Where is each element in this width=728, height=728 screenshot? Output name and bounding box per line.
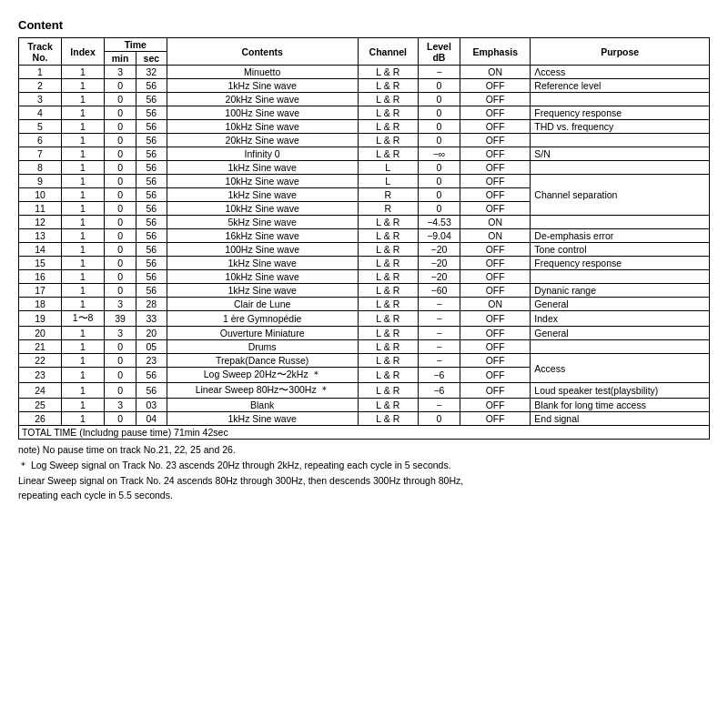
cell-sec: 04: [136, 412, 167, 426]
cell-sec: 56: [136, 216, 167, 229]
note-line-1: note) No pause time on track No.21, 22, …: [18, 443, 710, 458]
cell-purpose: [531, 161, 710, 175]
cell-level: −6: [418, 383, 460, 399]
cell-contents: Linear Sweep 80Hz〜300Hz ＊: [167, 383, 358, 399]
cell-track: 13: [19, 229, 62, 243]
header-channel: Channel: [358, 38, 418, 66]
cell-emphasis: OFF: [460, 399, 531, 412]
cell-index: 1: [62, 216, 105, 229]
cell-purpose: De-emphasis error: [531, 229, 710, 243]
cell-index: 1: [62, 188, 105, 202]
note-line-3: Linear Sweep signal on Track No. 24 asce…: [18, 474, 710, 489]
cell-track: 10: [19, 188, 62, 202]
cell-min: 0: [105, 161, 136, 175]
cell-track: 21: [19, 340, 62, 354]
cell-channel: L & R: [358, 270, 418, 284]
cell-contents: 100Hz Sine wave: [167, 106, 358, 120]
cell-purpose: Reference level: [531, 79, 710, 93]
cell-contents: 1kHz Sine wave: [167, 188, 358, 202]
cell-channel: L: [358, 161, 418, 175]
header-purpose: Purpose: [531, 38, 710, 66]
cell-min: 3: [105, 399, 136, 412]
cell-emphasis: OFF: [460, 412, 531, 426]
cell-emphasis: ON: [460, 66, 531, 79]
cell-contents: Drums: [167, 340, 358, 354]
cell-contents: 1kHz Sine wave: [167, 284, 358, 298]
cell-emphasis: OFF: [460, 327, 531, 340]
cell-purpose: [531, 216, 710, 229]
cell-emphasis: ON: [460, 298, 531, 311]
cell-contents: Blank: [167, 399, 358, 412]
cell-track: 15: [19, 257, 62, 270]
cell-purpose: THD vs. frequency: [531, 120, 710, 134]
cell-purpose: General: [531, 327, 710, 340]
cell-purpose: Blank for long time access: [531, 399, 710, 412]
cell-sec: 32: [136, 66, 167, 79]
cell-emphasis: OFF: [460, 147, 531, 161]
cell-emphasis: OFF: [460, 257, 531, 270]
cell-index: 1: [62, 340, 105, 354]
cell-emphasis: OFF: [460, 175, 531, 188]
cell-purpose: Λccess: [531, 66, 710, 79]
cell-level: −60: [418, 284, 460, 298]
cell-index: 1: [62, 66, 105, 79]
cell-contents: Minuetto: [167, 66, 358, 79]
cell-contents: 20kHz Sine wave: [167, 134, 358, 147]
cell-track: 7: [19, 147, 62, 161]
cell-sec: 56: [136, 79, 167, 93]
cell-purpose: End signal: [531, 412, 710, 426]
cell-channel: L & R: [358, 298, 418, 311]
cell-channel: L & R: [358, 354, 418, 368]
cell-emphasis: OFF: [460, 270, 531, 284]
cell-index: 1: [62, 354, 105, 368]
cell-sec: 56: [136, 368, 167, 383]
cell-min: 0: [105, 368, 136, 383]
cell-track: 16: [19, 270, 62, 284]
cell-contents: Log Sweep 20Hz〜2kHz ＊: [167, 368, 358, 383]
cell-min: 0: [105, 120, 136, 134]
cell-min: 0: [105, 257, 136, 270]
cell-channel: L & R: [358, 243, 418, 257]
cell-track: 26: [19, 412, 62, 426]
cell-channel: L & R: [358, 383, 418, 399]
cell-track: 3: [19, 93, 62, 106]
cell-contents: 10kHz Sine wave: [167, 270, 358, 284]
cell-sec: 56: [136, 134, 167, 147]
cell-sec: 20: [136, 327, 167, 340]
cell-min: 0: [105, 354, 136, 368]
cell-min: 3: [105, 66, 136, 79]
cell-min: 0: [105, 229, 136, 243]
cell-track: 24: [19, 383, 62, 399]
cell-sec: 56: [136, 383, 167, 399]
cell-sec: 33: [136, 311, 167, 327]
cell-sec: 56: [136, 175, 167, 188]
cell-channel: L & R: [358, 229, 418, 243]
cell-purpose: Loud speaker test(playsbility): [531, 383, 710, 399]
cell-emphasis: OFF: [460, 202, 531, 216]
cell-index: 1: [62, 383, 105, 399]
cell-index: 1: [62, 134, 105, 147]
cell-index: 1: [62, 298, 105, 311]
cell-min: 0: [105, 216, 136, 229]
cell-track: 8: [19, 161, 62, 175]
cell-contents: 100Hz Sine wave: [167, 243, 358, 257]
cell-level: 0: [418, 106, 460, 120]
cell-sec: 56: [136, 147, 167, 161]
cell-sec: 23: [136, 354, 167, 368]
cell-channel: L & R: [358, 66, 418, 79]
cell-channel: L & R: [358, 134, 418, 147]
cell-index: 1: [62, 202, 105, 216]
cell-contents: Clair de Lune: [167, 298, 358, 311]
cell-channel: R: [358, 188, 418, 202]
cell-sec: 56: [136, 229, 167, 243]
cell-index: 1: [62, 284, 105, 298]
cell-index: 1: [62, 327, 105, 340]
cell-contents: 10kHz Sine wave: [167, 175, 358, 188]
cell-contents: Trepak(Dance Russe): [167, 354, 358, 368]
cell-track: 17: [19, 284, 62, 298]
cell-contents: 1kHz Sine wave: [167, 412, 358, 426]
cell-index: 1: [62, 412, 105, 426]
cell-channel: L & R: [358, 412, 418, 426]
cell-min: 0: [105, 243, 136, 257]
cell-index: 1: [62, 399, 105, 412]
